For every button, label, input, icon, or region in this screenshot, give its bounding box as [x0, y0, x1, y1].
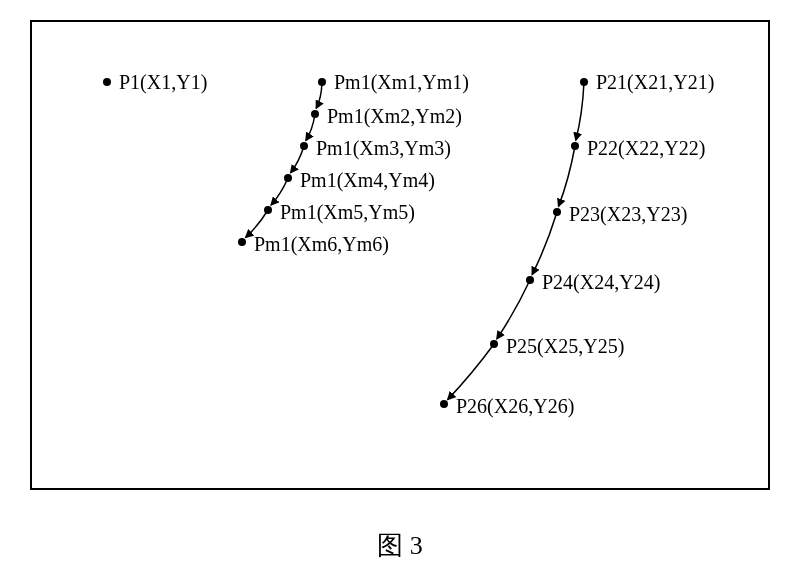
data-point — [264, 206, 272, 214]
trajectory-segment — [532, 212, 557, 274]
data-point — [300, 142, 308, 150]
data-point — [526, 276, 534, 284]
data-point — [311, 110, 319, 118]
trajectory-segment — [576, 82, 584, 140]
data-point — [103, 78, 111, 86]
data-point — [284, 174, 292, 182]
point-label: P21(X21,Y21) — [596, 71, 714, 93]
point-label: Pm1(Xm2,Ym2) — [327, 105, 462, 127]
point-label: P25(X25,Y25) — [506, 335, 624, 357]
trajectory-segment — [448, 344, 494, 399]
figure-caption: 图 3 — [377, 528, 423, 563]
data-point — [238, 238, 246, 246]
data-point — [571, 142, 579, 150]
diagram-frame: P1(X1,Y1)Pm1(Xm1,Ym1)Pm1(Xm2,Ym2)Pm1(Xm3… — [30, 20, 770, 490]
point-label: P1(X1,Y1) — [119, 71, 207, 93]
point-label: Pm1(Xm6,Ym6) — [254, 233, 389, 255]
data-point — [490, 340, 498, 348]
point-label: P24(X24,Y24) — [542, 271, 660, 293]
point-label: Pm1(Xm3,Ym3) — [316, 137, 451, 159]
point-label: P22(X22,Y22) — [587, 137, 705, 159]
data-point — [580, 78, 588, 86]
point-label: P23(X23,Y23) — [569, 203, 687, 225]
data-point — [440, 400, 448, 408]
point-label: Pm1(Xm4,Ym4) — [300, 169, 435, 191]
data-point — [318, 78, 326, 86]
data-point — [553, 208, 561, 216]
point-label: P26(X26,Y26) — [456, 395, 574, 417]
point-label: Pm1(Xm1,Ym1) — [334, 71, 469, 93]
trajectory-segment — [497, 280, 530, 339]
trajectory-segment — [559, 146, 575, 206]
point-label: Pm1(Xm5,Ym5) — [280, 201, 415, 223]
